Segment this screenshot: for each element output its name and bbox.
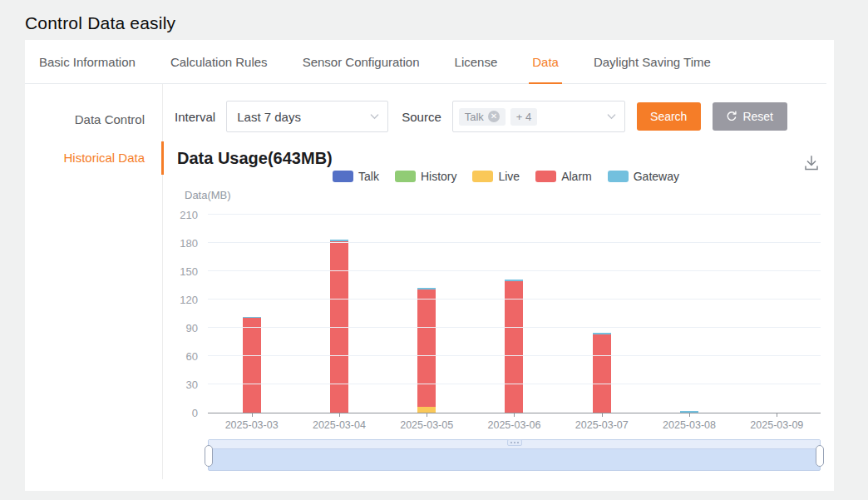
x-axis-tick bbox=[514, 413, 515, 417]
filter-row: Interval Last 7 days Source Talk ✕ + 4 bbox=[175, 101, 787, 132]
search-button[interactable]: Search bbox=[637, 102, 701, 131]
bar-segment-alarm bbox=[593, 334, 611, 413]
download-icon[interactable] bbox=[802, 154, 821, 172]
tab-bar: Basic InformationCalculation RulesSensor… bbox=[25, 40, 834, 84]
refresh-icon bbox=[726, 111, 737, 122]
main-content: Interval Last 7 days Source Talk ✕ + 4 bbox=[163, 84, 834, 491]
y-axis-tick-label: 210 bbox=[166, 209, 198, 221]
datazoom-left-handle[interactable] bbox=[205, 445, 213, 467]
sidebar-item-historical-data[interactable]: Historical Data bbox=[25, 139, 162, 177]
x-axis-tick bbox=[427, 413, 427, 417]
legend-swatch-live bbox=[472, 171, 493, 182]
tab-daylight-saving-time[interactable]: Daylight Saving Time bbox=[594, 40, 711, 84]
legend-label: History bbox=[421, 170, 457, 183]
datazoom-grip-handle[interactable] bbox=[507, 439, 522, 446]
source-tag-label: Talk bbox=[465, 111, 484, 123]
gridline bbox=[208, 355, 821, 356]
y-axis-title: Data(MB) bbox=[185, 189, 231, 201]
legend-label: Gateway bbox=[634, 170, 679, 183]
bar-segment-alarm bbox=[417, 290, 436, 407]
datazoom-right-handle[interactable] bbox=[816, 445, 824, 467]
x-axis-tick bbox=[339, 413, 340, 417]
legend-item-live[interactable]: Live bbox=[472, 170, 520, 183]
bar-segment-alarm bbox=[505, 281, 523, 413]
tab-license[interactable]: License bbox=[455, 40, 498, 84]
legend-item-history[interactable]: History bbox=[395, 170, 457, 183]
gridline bbox=[208, 270, 821, 271]
legend-label: Live bbox=[498, 170, 520, 183]
interval-select[interactable]: Last 7 days bbox=[226, 101, 388, 132]
legend-swatch-talk bbox=[333, 171, 353, 182]
sidebar-item-data-control[interactable]: Data Control bbox=[25, 101, 162, 139]
reset-label: Reset bbox=[742, 110, 773, 123]
legend-label: Talk bbox=[358, 170, 379, 183]
legend-item-alarm[interactable]: Alarm bbox=[535, 170, 592, 183]
legend-item-talk[interactable]: Talk bbox=[333, 170, 379, 183]
source-tag-talk: Talk ✕ bbox=[459, 108, 506, 126]
bar-2025-03-05 bbox=[417, 288, 436, 413]
bar-segment-alarm bbox=[243, 318, 261, 413]
source-label: Source bbox=[402, 110, 441, 124]
bar-2025-03-03 bbox=[243, 317, 261, 413]
y-axis-tick-label: 180 bbox=[166, 237, 198, 250]
source-select[interactable]: Talk ✕ + 4 bbox=[452, 101, 625, 132]
bar-2025-03-06 bbox=[505, 280, 523, 413]
legend-label: Alarm bbox=[561, 170, 592, 183]
tag-close-icon[interactable]: ✕ bbox=[488, 111, 500, 122]
legend-swatch-history bbox=[395, 171, 416, 182]
legend-item-gateway[interactable]: Gateway bbox=[608, 170, 679, 183]
y-axis-tick-label: 60 bbox=[166, 350, 198, 363]
y-axis-tick-label: 120 bbox=[166, 294, 198, 306]
tab-sensor-configuration[interactable]: Sensor Configuration bbox=[303, 40, 420, 84]
gridline bbox=[208, 242, 821, 243]
y-axis-tick-label: 90 bbox=[166, 322, 198, 334]
gridline bbox=[208, 214, 821, 215]
x-axis-tick bbox=[689, 413, 690, 417]
y-axis-tick-label: 30 bbox=[166, 379, 198, 391]
source-more-tag: + 4 bbox=[510, 108, 537, 126]
tab-basic-information[interactable]: Basic Information bbox=[39, 40, 136, 84]
bar-2025-03-07 bbox=[593, 333, 611, 413]
legend-swatch-gateway bbox=[608, 171, 629, 182]
settings-panel: Basic InformationCalculation RulesSensor… bbox=[25, 40, 834, 491]
legend-swatch-alarm bbox=[535, 171, 556, 182]
gridline bbox=[208, 384, 821, 384]
interval-value: Last 7 days bbox=[237, 110, 301, 124]
page-title: Control Data easily bbox=[25, 13, 175, 33]
tab-calculation-rules[interactable]: Calculation Rules bbox=[170, 40, 268, 84]
y-axis-tick-label: 0 bbox=[166, 407, 198, 419]
chevron-down-icon bbox=[369, 111, 380, 122]
chevron-down-icon bbox=[606, 111, 617, 122]
interval-label: Interval bbox=[175, 110, 215, 124]
x-axis-tick bbox=[602, 413, 603, 417]
gridline bbox=[208, 299, 821, 300]
source-more-label: + 4 bbox=[516, 111, 531, 123]
x-axis-tick bbox=[777, 413, 777, 417]
reset-button[interactable]: Reset bbox=[713, 102, 787, 131]
y-axis-tick-label: 150 bbox=[166, 265, 198, 278]
gridline bbox=[208, 327, 821, 328]
plot-area: 2025-03-032025-03-042025-03-052025-03-06… bbox=[208, 215, 821, 413]
chart-legend: TalkHistoryLiveAlarmGateway bbox=[333, 170, 679, 183]
bar-segment-live bbox=[417, 407, 436, 413]
chart-title: Data Usage(643MB) bbox=[177, 149, 333, 168]
x-axis-label: 2025-03-09 bbox=[717, 419, 837, 431]
tab-data[interactable]: Data bbox=[532, 40, 559, 84]
x-axis-tick bbox=[252, 413, 253, 417]
sidebar: Data ControlHistorical Data bbox=[25, 84, 163, 479]
datazoom-slider[interactable] bbox=[208, 439, 821, 471]
